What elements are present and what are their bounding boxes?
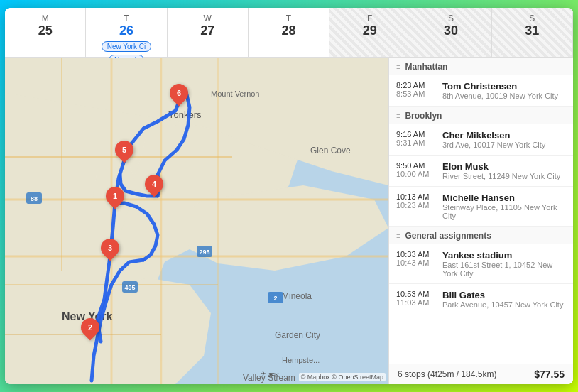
stop-address: River Street, 11249 New York City [442, 172, 566, 180]
section-header-2: ≡ General assignments [389, 227, 573, 244]
day-label: T [286, 13, 291, 23]
day-tab-W27[interactable]: W 27 [168, 8, 249, 57]
marker-number: 6 [177, 89, 181, 97]
stop-details: Michelle Hansen Steinway Place, 11105 Ne… [442, 192, 566, 220]
stop-details: Elon Musk River Street, 11249 New York C… [442, 161, 566, 180]
right-panel: ≡ Manhattan 8:23 AM 8:53 AM Tom Christen… [388, 58, 573, 384]
day-tab-S31[interactable]: S 31 [492, 8, 573, 57]
section-name: Manhattan [405, 62, 447, 72]
depart-time: 10:23 AM [396, 201, 435, 209]
day-label: T [124, 13, 129, 23]
marker-number: 2 [88, 323, 92, 332]
day-tab-F29[interactable]: F 29 [329, 8, 410, 57]
depart-time: 11:03 AM [396, 298, 435, 307]
stop-times: 9:50 AM 10:00 AM [396, 161, 435, 178]
stop-name: Elon Musk [442, 161, 566, 172]
section-icon: ≡ [396, 62, 400, 71]
svg-text:Mount Vernon: Mount Vernon [211, 89, 260, 98]
arrive-time: 10:33 AM [396, 250, 435, 258]
route-tag: New York Ci [102, 41, 151, 52]
arrive-time: 8:23 AM [396, 81, 435, 89]
svg-text:Glen Cove: Glen Cove [310, 146, 351, 156]
stop-address: 8th Avenue, 10019 New York City [442, 92, 566, 100]
stop-details: Cher Mikkelsen 3rd Ave, 10017 New York C… [442, 130, 566, 149]
stop-details: Yankee stadium East 161st Street 1, 1045… [442, 250, 566, 278]
stop-item[interactable]: 10:33 AM 10:43 AM Yankee stadium East 16… [389, 244, 573, 284]
stop-item[interactable]: 8:23 AM 8:53 AM Tom Christensen 8th Aven… [389, 75, 573, 107]
day-number: 25 [38, 23, 53, 38]
section-name: General assignments [405, 231, 491, 241]
marker-number: 5 [122, 146, 126, 154]
day-tab-S30[interactable]: S 30 [410, 8, 491, 57]
stop-item[interactable]: 10:53 AM 11:03 AM Bill Gates Park Avenue… [389, 284, 573, 315]
section-header-1: ≡ Brooklyn [389, 107, 573, 124]
day-tabs: M 25 T 26 New York CiNewark W 27 T 28 F … [5, 8, 573, 58]
day-tab-T26[interactable]: T 26 New York CiNewark [86, 8, 167, 57]
svg-text:Garden City: Garden City [275, 330, 320, 340]
stop-times: 10:53 AM 11:03 AM [396, 290, 435, 307]
arrive-time: 9:16 AM [396, 130, 435, 138]
svg-text:2: 2 [273, 295, 277, 302]
day-tab-M25[interactable]: M 25 [5, 8, 86, 57]
section-icon: ≡ [396, 111, 400, 120]
stop-address: Steinway Place, 11105 New York City [442, 203, 566, 220]
main-content: 88 495 295 2 Yonkers Mount Vernon Glen C… [5, 58, 573, 384]
stop-times: 10:33 AM 10:43 AM [396, 250, 435, 267]
svg-text:✈: ✈ [261, 370, 266, 377]
map-area: 88 495 295 2 Yonkers Mount Vernon Glen C… [5, 58, 388, 384]
section-icon: ≡ [396, 232, 400, 240]
stop-item[interactable]: 10:13 AM 10:23 AM Michelle Hansen Steinw… [389, 187, 573, 227]
stop-item[interactable]: 9:50 AM 10:00 AM Elon Musk River Street,… [389, 156, 573, 187]
svg-text:Hempste...: Hempste... [282, 356, 320, 364]
marker-number: 4 [152, 180, 156, 188]
stop-address: 3rd Ave, 10017 New York City [442, 141, 566, 149]
map-attribution: © Mapbox © OpenStreetMap [299, 373, 386, 381]
stop-name: Cher Mikkelsen [442, 130, 566, 141]
depart-time: 9:31 AM [396, 138, 435, 147]
svg-text:295: 295 [199, 249, 209, 256]
map-svg: 88 495 295 2 Yonkers Mount Vernon Glen C… [5, 58, 388, 384]
day-number: 29 [363, 23, 377, 38]
day-label: S [529, 13, 535, 23]
stop-name: Bill Gates [442, 290, 566, 300]
footer-stats: 6 stops (4t25m / 184.5km) [398, 369, 496, 379]
stop-times: 9:16 AM 9:31 AM [396, 130, 435, 147]
svg-text:Mineola: Mineola [282, 291, 312, 301]
stop-name: Tom Christensen [442, 81, 566, 92]
day-label: S [448, 13, 454, 23]
stop-name: Michelle Hansen [442, 192, 566, 203]
stop-details: Tom Christensen 8th Avenue, 10019 New Yo… [442, 81, 566, 100]
day-label: F [367, 13, 372, 23]
footer-price: $77.55 [534, 369, 565, 380]
stop-times: 8:23 AM 8:53 AM [396, 81, 435, 98]
stop-item[interactable]: 9:16 AM 9:31 AM Cher Mikkelsen 3rd Ave, … [389, 124, 573, 156]
footer-bar: 6 stops (4t25m / 184.5km) $77.55 [389, 364, 573, 384]
svg-text:JFK: JFK [268, 371, 279, 379]
marker-number: 1 [113, 192, 117, 200]
day-number: 28 [281, 23, 295, 38]
day-label: M [42, 13, 49, 23]
day-tab-T28[interactable]: T 28 [249, 8, 329, 57]
marker-number: 3 [108, 244, 112, 252]
arrive-time: 10:53 AM [396, 290, 435, 298]
stop-times: 10:13 AM 10:23 AM [396, 192, 435, 209]
arrive-time: 9:50 AM [396, 161, 435, 170]
depart-time: 10:43 AM [396, 258, 435, 267]
day-number: 31 [525, 23, 539, 38]
arrive-time: 10:13 AM [396, 192, 435, 201]
section-name: Brooklyn [405, 111, 442, 121]
stop-address: East 161st Street 1, 10452 New York City [442, 261, 566, 278]
day-label: W [204, 13, 212, 23]
svg-text:88: 88 [31, 195, 38, 202]
depart-time: 8:53 AM [396, 89, 435, 98]
stop-name: Yankee stadium [442, 250, 566, 261]
day-number: 30 [444, 23, 458, 38]
stops-list: ≡ Manhattan 8:23 AM 8:53 AM Tom Christen… [389, 58, 573, 364]
depart-time: 10:00 AM [396, 170, 435, 178]
day-number: 26 [119, 23, 133, 38]
stop-address: Park Avenue, 10457 New York City [442, 300, 566, 309]
svg-text:495: 495 [124, 284, 135, 291]
stop-details: Bill Gates Park Avenue, 10457 New York C… [442, 290, 566, 309]
app-container: M 25 T 26 New York CiNewark W 27 T 28 F … [5, 8, 573, 384]
day-number: 27 [200, 23, 214, 38]
